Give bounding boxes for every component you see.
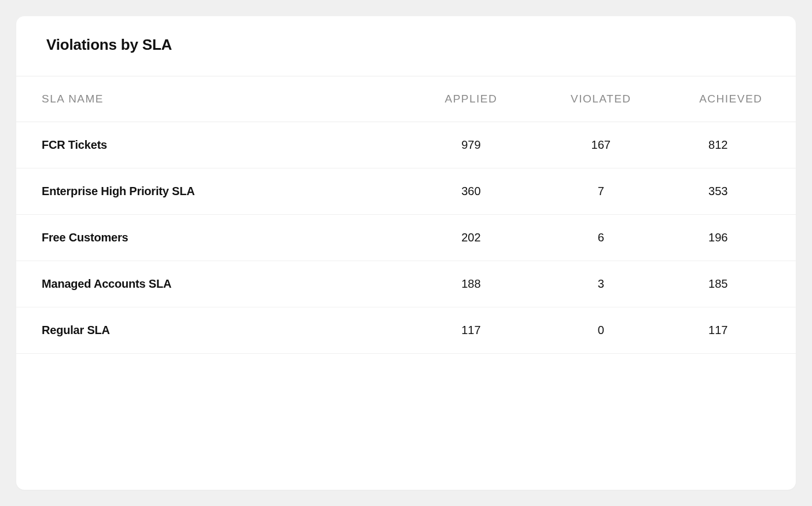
- table-row[interactable]: FCR Tickets 979 167 812: [16, 122, 796, 168]
- cell-achieved: 196: [666, 215, 796, 261]
- cell-applied: 117: [406, 307, 536, 354]
- col-header-name[interactable]: SLA NAME: [16, 76, 406, 122]
- col-header-achieved[interactable]: ACHIEVED: [666, 76, 796, 122]
- cell-achieved: 185: [666, 261, 796, 307]
- col-header-applied[interactable]: APPLIED: [406, 76, 536, 122]
- cell-violated: 167: [536, 122, 666, 168]
- cell-applied: 202: [406, 215, 536, 261]
- cell-sla-name: Free Customers: [16, 215, 406, 261]
- card-title: Violations by SLA: [46, 36, 766, 54]
- cell-violated: 0: [536, 307, 666, 354]
- table-row[interactable]: Managed Accounts SLA 188 3 185: [16, 261, 796, 307]
- cell-achieved: 812: [666, 122, 796, 168]
- sla-table: SLA NAME APPLIED VIOLATED ACHIEVED FCR T…: [16, 76, 796, 354]
- cell-sla-name: FCR Tickets: [16, 122, 406, 168]
- table-header-row: SLA NAME APPLIED VIOLATED ACHIEVED: [16, 76, 796, 122]
- violations-card: Violations by SLA SLA NAME APPLIED VIOLA…: [16, 16, 796, 490]
- cell-applied: 979: [406, 122, 536, 168]
- card-header: Violations by SLA: [16, 16, 796, 76]
- table-row[interactable]: Free Customers 202 6 196: [16, 215, 796, 261]
- cell-achieved: 117: [666, 307, 796, 354]
- table-row[interactable]: Enterprise High Priority SLA 360 7 353: [16, 168, 796, 215]
- cell-sla-name: Managed Accounts SLA: [16, 261, 406, 307]
- cell-applied: 188: [406, 261, 536, 307]
- table-body: FCR Tickets 979 167 812 Enterprise High …: [16, 122, 796, 354]
- cell-applied: 360: [406, 168, 536, 215]
- cell-achieved: 353: [666, 168, 796, 215]
- cell-sla-name: Regular SLA: [16, 307, 406, 354]
- cell-violated: 7: [536, 168, 666, 215]
- table-row[interactable]: Regular SLA 117 0 117: [16, 307, 796, 354]
- cell-violated: 6: [536, 215, 666, 261]
- col-header-violated[interactable]: VIOLATED: [536, 76, 666, 122]
- cell-sla-name: Enterprise High Priority SLA: [16, 168, 406, 215]
- cell-violated: 3: [536, 261, 666, 307]
